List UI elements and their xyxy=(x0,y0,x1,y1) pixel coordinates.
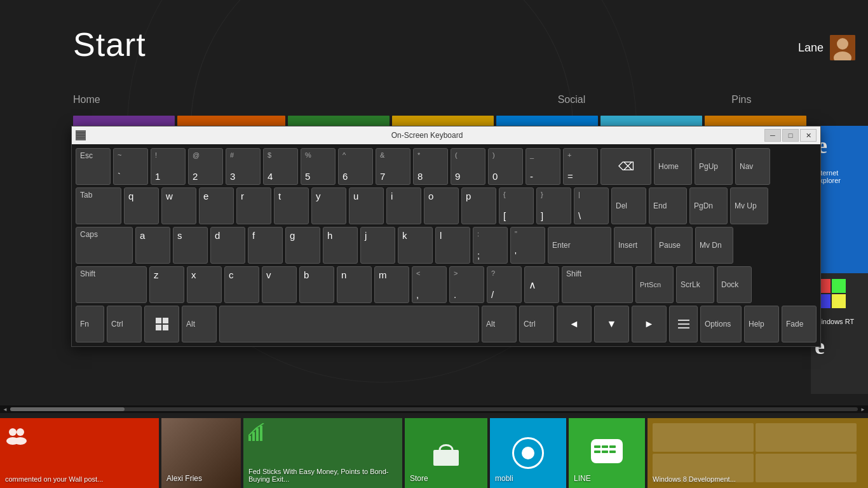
key-o[interactable]: o xyxy=(424,187,459,224)
key-home[interactable]: Home xyxy=(654,148,692,185)
key-s[interactable]: s xyxy=(173,227,208,264)
osk-close-button[interactable]: ✕ xyxy=(800,129,817,142)
key-caps[interactable]: Caps xyxy=(76,227,133,264)
key-tab[interactable]: Tab xyxy=(76,187,121,224)
key-menu[interactable] xyxy=(669,306,698,342)
key-k[interactable]: k xyxy=(398,227,433,264)
key-quote[interactable]: "' xyxy=(510,227,545,264)
key-b[interactable]: b xyxy=(299,266,334,303)
key-p[interactable]: p xyxy=(461,187,496,224)
key-slash[interactable]: ?/ xyxy=(487,266,522,303)
key-v[interactable]: v xyxy=(262,266,297,303)
key-lbracket[interactable]: {[ xyxy=(499,187,534,224)
key-ctrl-left[interactable]: Ctrl xyxy=(107,306,142,342)
key-enter[interactable]: Enter xyxy=(548,227,611,264)
key-win[interactable] xyxy=(144,306,179,342)
key-up-arrow[interactable]: ∧ xyxy=(524,266,559,303)
key-9[interactable]: (9 xyxy=(451,148,485,185)
key-options[interactable]: Options xyxy=(700,306,742,342)
key-mvdn[interactable]: Mv Dn xyxy=(695,227,733,264)
key-arrow-right[interactable]: ► xyxy=(632,306,667,342)
key-ctrl-right[interactable]: Ctrl xyxy=(519,306,554,342)
key-end[interactable]: End xyxy=(649,187,687,224)
osk-controls[interactable]: ─ □ ✕ xyxy=(764,129,817,142)
key-semicolon[interactable]: :; xyxy=(473,227,508,264)
key-rbracket[interactable]: }] xyxy=(536,187,571,224)
avatar[interactable] xyxy=(830,35,855,60)
key-pgup[interactable]: PgUp xyxy=(695,148,733,185)
key-e[interactable]: e xyxy=(199,187,234,224)
key-r[interactable]: r xyxy=(236,187,271,224)
key-fn[interactable]: Fn xyxy=(76,306,104,342)
key-scrlk[interactable]: ScrLk xyxy=(676,266,714,303)
key-alt-left[interactable]: Alt xyxy=(182,306,217,342)
scroll-left-arrow[interactable]: ◄ xyxy=(3,407,8,412)
osk-maximize-button[interactable]: □ xyxy=(782,129,799,142)
key-q[interactable]: q xyxy=(124,187,159,224)
osk-window[interactable]: On-Screen Keyboard ─ □ ✕ Esc ~` !1 @2 #3… xyxy=(71,126,821,347)
key-arrow-left[interactable]: ◄ xyxy=(557,306,592,342)
user-info[interactable]: Lane xyxy=(798,35,855,60)
key-4[interactable]: $4 xyxy=(263,148,298,185)
key-minus[interactable]: _- xyxy=(526,148,560,185)
key-7[interactable]: &7 xyxy=(376,148,410,185)
key-prtscn[interactable]: PrtScn xyxy=(635,266,674,303)
key-z[interactable]: z xyxy=(149,266,184,303)
key-pause[interactable]: Pause xyxy=(654,227,693,264)
scroll-right-arrow[interactable]: ► xyxy=(860,407,865,412)
scrollbar[interactable]: ◄ ► xyxy=(0,405,868,413)
key-a[interactable]: a xyxy=(135,227,170,264)
key-3[interactable]: #3 xyxy=(226,148,261,185)
key-shift-left[interactable]: Shift xyxy=(76,266,147,303)
key-w[interactable]: w xyxy=(161,187,196,224)
key-pgdn[interactable]: PgDn xyxy=(689,187,728,224)
key-h[interactable]: h xyxy=(323,227,358,264)
key-0[interactable]: )0 xyxy=(488,148,523,185)
key-alt-right[interactable]: Alt xyxy=(482,306,517,342)
key-equals[interactable]: += xyxy=(563,148,598,185)
key-arrow-down[interactable]: ▼ xyxy=(594,306,629,342)
key-u[interactable]: u xyxy=(349,187,384,224)
key-x[interactable]: x xyxy=(187,266,222,303)
key-f[interactable]: f xyxy=(248,227,283,264)
social-tile[interactable]: commented on your Wall post... xyxy=(0,418,159,488)
news-tile[interactable]: Fed Sticks With Easy Money, Points to Bo… xyxy=(243,418,402,488)
scrollbar-thumb[interactable] xyxy=(10,407,125,411)
key-dock[interactable]: Dock xyxy=(717,266,752,303)
windows-dev-tile[interactable]: Windows 8 Development... xyxy=(648,418,868,488)
key-nav[interactable]: Nav xyxy=(735,148,770,185)
key-fade[interactable]: Fade xyxy=(782,306,817,342)
key-6[interactable]: ^6 xyxy=(338,148,373,185)
key-mvup[interactable]: Mv Up xyxy=(730,187,768,224)
key-esc[interactable]: Esc xyxy=(76,148,111,185)
mobli-tile[interactable]: mobli xyxy=(490,418,566,488)
line-tile[interactable]: LINE xyxy=(569,418,645,488)
key-g[interactable]: g xyxy=(285,227,320,264)
key-space[interactable] xyxy=(219,306,479,342)
key-y[interactable]: y xyxy=(311,187,346,224)
key-t[interactable]: t xyxy=(274,187,309,224)
key-d[interactable]: d xyxy=(210,227,245,264)
key-j[interactable]: j xyxy=(360,227,395,264)
key-backslash[interactable]: |\ xyxy=(574,187,609,224)
key-shift-right[interactable]: Shift xyxy=(562,266,633,303)
key-n[interactable]: n xyxy=(337,266,372,303)
scrollbar-track[interactable] xyxy=(10,407,858,411)
store-tile[interactable]: Store xyxy=(405,418,487,488)
key-i[interactable]: i xyxy=(386,187,421,224)
key-comma[interactable]: <, xyxy=(412,266,447,303)
person-tile[interactable]: Alexi Fries xyxy=(161,418,241,488)
key-1[interactable]: !1 xyxy=(151,148,186,185)
key-5[interactable]: %5 xyxy=(301,148,336,185)
key-insert[interactable]: Insert xyxy=(614,227,652,264)
key-backspace[interactable]: ⌫ xyxy=(600,148,651,185)
key-del[interactable]: Del xyxy=(611,187,646,224)
key-2[interactable]: @2 xyxy=(188,148,223,185)
key-help[interactable]: Help xyxy=(744,306,779,342)
key-backtick[interactable]: ~` xyxy=(113,148,148,185)
key-c[interactable]: c xyxy=(224,266,259,303)
key-m[interactable]: m xyxy=(374,266,409,303)
key-l[interactable]: l xyxy=(435,227,470,264)
key-period[interactable]: >. xyxy=(449,266,484,303)
key-8[interactable]: *8 xyxy=(413,148,448,185)
